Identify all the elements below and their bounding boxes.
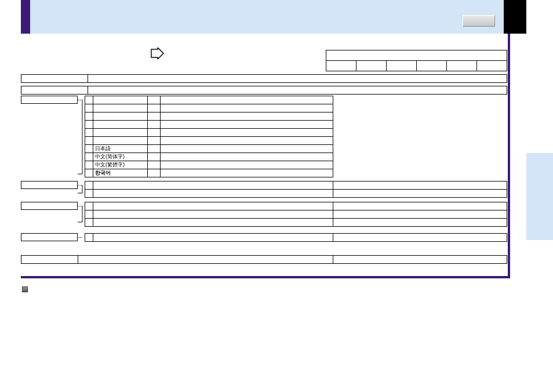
lang-channel: [148, 112, 161, 121]
s3-desc: [93, 219, 333, 227]
lang-desc: [161, 137, 333, 145]
s3-desc: [93, 202, 333, 210]
nav-tab[interactable]: [477, 61, 507, 71]
lang-channel: [148, 153, 161, 161]
lang-name: 日本語: [93, 145, 148, 153]
lang-code: [85, 153, 93, 161]
s3-code: [85, 210, 93, 219]
lang-name: [93, 104, 148, 112]
nav-tab[interactable]: [447, 61, 477, 71]
lang-desc: [161, 104, 333, 112]
page-border-right: [508, 34, 510, 278]
header-right-block: [504, 0, 526, 34]
lang-channel: [148, 96, 161, 104]
lang-channel: [148, 104, 161, 112]
lang-name: 中文(简体字): [93, 153, 148, 161]
section3-table: [85, 202, 507, 227]
s3-desc: [93, 210, 333, 219]
section2-table: [85, 181, 507, 198]
lang-name: [93, 112, 148, 121]
section-label: [21, 96, 78, 104]
section-label: [21, 181, 78, 189]
lang-channel: [148, 121, 161, 129]
lang-code: [85, 121, 93, 129]
nav-tabs: [326, 50, 507, 71]
page-border-bottom: [21, 276, 510, 278]
s2-code: [85, 182, 93, 190]
s3-ref: [333, 210, 507, 219]
row-content: [88, 86, 507, 95]
header-row-2: [21, 86, 507, 95]
header-button[interactable]: [463, 15, 495, 27]
lang-code: [85, 169, 93, 177]
lang-desc: [161, 153, 333, 161]
lang-name: 한국어: [93, 169, 148, 177]
lang-desc: [161, 121, 333, 129]
lang-name: [93, 129, 148, 137]
row-ref: [333, 256, 507, 264]
connector-line: [78, 237, 85, 239]
row-desc: [78, 256, 333, 264]
s4-ref: [333, 234, 507, 242]
lang-code: [85, 137, 93, 145]
lang-channel: [148, 129, 161, 137]
s2-desc: [93, 190, 333, 198]
s2-ref: [333, 182, 507, 190]
header-row-1: [21, 74, 507, 83]
connector-line: [78, 100, 85, 175]
lang-name: [93, 96, 148, 104]
lang-desc: [161, 161, 333, 169]
s3-ref: [333, 219, 507, 227]
nav-tab[interactable]: [417, 61, 447, 71]
footer-row: [21, 255, 507, 264]
lang-code: [85, 161, 93, 169]
row-label: [21, 75, 88, 83]
lang-channel: [148, 161, 161, 169]
section-label: [21, 202, 78, 210]
s4-code: [85, 234, 93, 242]
s2-desc: [93, 182, 333, 190]
lang-channel: [148, 145, 161, 153]
section-label: [21, 233, 78, 241]
lang-desc: [161, 96, 333, 104]
lang-code: [85, 104, 93, 112]
lang-code: [85, 96, 93, 104]
s2-code: [85, 190, 93, 198]
section4-table: [85, 233, 507, 242]
s3-code: [85, 219, 93, 227]
lang-desc: [161, 145, 333, 153]
s3-ref: [333, 202, 507, 210]
lang-desc: [161, 169, 333, 177]
row-content: [88, 75, 507, 83]
lang-name: 中文(繁體字): [93, 161, 148, 169]
lang-code: [85, 112, 93, 121]
lang-channel: [148, 169, 161, 177]
connector-line: [78, 185, 85, 195]
language-table: 日本語 中文(简体字) 中文(繁體字) 한국어: [85, 96, 333, 177]
s4-desc: [93, 234, 333, 242]
lang-name: [93, 137, 148, 145]
s2-ref: [333, 190, 507, 198]
header-accent-bar: [21, 0, 30, 34]
nav-tab[interactable]: [356, 61, 387, 71]
row-label: [21, 86, 88, 95]
row-label: [21, 256, 78, 264]
lang-channel: [148, 137, 161, 145]
header-banner: [21, 0, 526, 34]
lang-code: [85, 129, 93, 137]
nav-tab[interactable]: [326, 61, 356, 71]
side-tab: [526, 153, 553, 240]
connector-line: [78, 206, 85, 224]
lang-desc: [161, 129, 333, 137]
nav-tab[interactable]: [387, 61, 417, 71]
lang-desc: [161, 112, 333, 121]
nav-title: [326, 50, 507, 61]
lang-code: [85, 145, 93, 153]
page-icon: [22, 286, 28, 292]
s3-code: [85, 202, 93, 210]
arrow-right-icon: [151, 48, 165, 59]
lang-name: [93, 121, 148, 129]
